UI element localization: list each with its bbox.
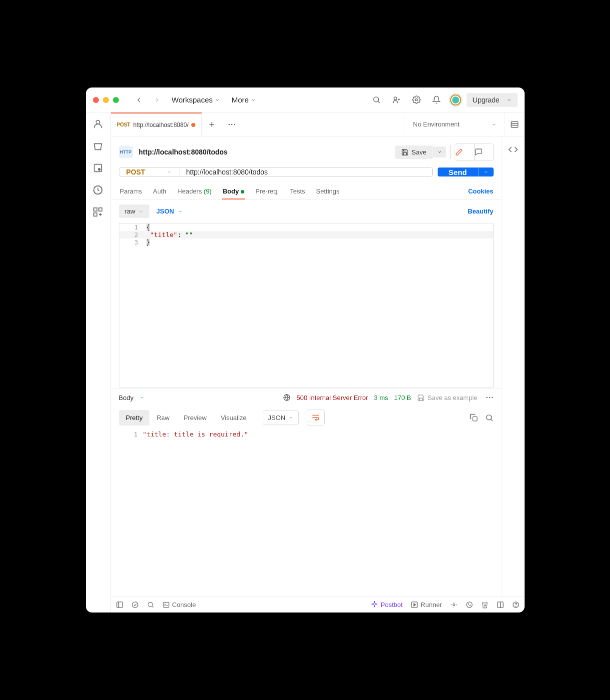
layout-icon[interactable] [497,601,504,608]
invite-button[interactable] [389,92,405,108]
save-options-button[interactable] [433,146,446,158]
search-button[interactable] [369,92,385,108]
console-button[interactable]: Console [162,601,196,608]
chevron-down-icon[interactable] [139,395,144,400]
response-time: 3 ms [374,394,388,402]
body-type-select[interactable]: raw [119,204,149,218]
environment-select[interactable]: No Environment [405,112,505,136]
request-body-editor[interactable]: 1{ 2 "title": "" 3} [119,223,494,388]
wrap-lines-button[interactable] [307,410,325,426]
history-icon[interactable] [92,184,103,196]
tab-params[interactable]: Params [119,184,143,199]
response-body[interactable]: 1"title: title is required." [111,428,502,596]
bell-icon [432,96,441,104]
code-icon[interactable] [508,144,518,154]
svg-point-6 [96,120,99,124]
more-label: More [232,96,249,104]
globe-icon[interactable] [283,394,291,402]
svg-point-8 [98,168,100,170]
eye-table-icon [510,120,519,129]
response-body-label: Body [119,394,134,402]
sync-ok-icon[interactable] [131,601,139,608]
resptab-raw[interactable]: Raw [149,410,176,426]
nav-back-button[interactable] [132,93,146,107]
minimize-window-button[interactable] [103,97,109,103]
notifications-button[interactable] [429,92,445,108]
request-tab[interactable]: POST http://localhost:8080/ [111,112,202,136]
help-icon[interactable] [512,601,520,608]
save-button[interactable]: Save [395,146,433,159]
trash-icon[interactable] [92,140,103,152]
copy-icon[interactable] [470,414,478,422]
cookies-icon[interactable] [466,601,473,608]
comment-button[interactable] [474,144,493,160]
tab-body[interactable]: Body [222,184,246,199]
response-lang-select[interactable]: JSON [263,410,299,425]
new-tab-button[interactable] [202,112,222,136]
search-icon[interactable] [147,601,154,608]
avatar[interactable] [449,93,463,107]
tab-headers[interactable]: Headers (9) [176,184,213,199]
nav-forward-button[interactable] [150,93,164,107]
send-button[interactable]: Send [438,168,478,176]
app-window: Workspaces More Upgrade [86,88,525,612]
postbot-button[interactable]: Postbot [371,601,403,608]
body-lang-select[interactable]: JSON [156,208,183,215]
svg-line-1 [378,102,380,103]
chevron-down-icon [167,170,172,174]
tab-prereq[interactable]: Pre-req. [254,184,280,199]
beautify-button[interactable]: Beautify [468,208,493,215]
resptab-pretty[interactable]: Pretty [119,410,150,426]
user-icon[interactable] [92,118,103,130]
tab-tests[interactable]: Tests [289,184,306,199]
method-value: POST [126,168,145,176]
send-options-button[interactable] [478,168,494,176]
svg-rect-37 [163,602,168,608]
save-as-example-button[interactable]: Save as example [417,394,478,402]
runner-button[interactable]: Runner [411,601,442,608]
svg-rect-10 [94,208,97,211]
pencil-icon [455,148,463,156]
tab-settings[interactable]: Settings [315,184,341,199]
svg-point-35 [148,602,152,607]
add-panel-icon[interactable] [92,206,103,218]
resptab-visualize[interactable]: Visualize [214,410,254,426]
play-icon [411,601,418,608]
search-icon[interactable] [485,414,494,422]
response-more-button[interactable] [486,396,494,398]
maximize-window-button[interactable] [113,97,119,103]
url-row: POST Send [111,168,502,184]
tab-auth[interactable]: Auth [152,184,167,199]
variable-icon[interactable] [92,162,103,174]
url-box: POST [119,168,433,176]
more-menu[interactable]: More [228,94,260,106]
svg-line-36 [152,606,153,608]
capture-icon[interactable] [450,601,458,608]
environment-quicklook-button[interactable] [505,112,525,136]
settings-button[interactable] [409,92,425,108]
tab-overflow-button[interactable] [222,112,242,136]
svg-point-19 [234,124,235,125]
workspaces-menu[interactable]: Workspaces [168,94,224,106]
request-header: HTTP http://localhost:8080/todos Save [111,136,502,168]
edit-doc-button[interactable] [455,144,474,160]
chevron-down-icon [484,170,489,174]
tab-title: http://localhost:8080/ [133,122,189,128]
method-select[interactable]: POST [119,168,179,176]
dots-horizontal-icon [486,396,494,398]
chevron-down-icon [288,415,293,420]
url-input[interactable] [179,168,432,176]
svg-rect-7 [94,164,102,172]
terminal-icon [162,601,170,608]
svg-point-43 [468,604,469,604]
upgrade-button[interactable]: Upgrade [467,93,518,107]
titlebar: Workspaces More Upgrade [86,88,525,112]
panel-icon[interactable] [116,601,123,608]
right-rail [502,136,525,596]
search-icon [372,96,381,104]
cookies-link[interactable]: Cookies [468,188,494,195]
environment-label: No Environment [413,120,460,128]
resptab-preview[interactable]: Preview [176,410,213,426]
trash-icon[interactable] [481,601,489,608]
close-window-button[interactable] [93,97,99,103]
